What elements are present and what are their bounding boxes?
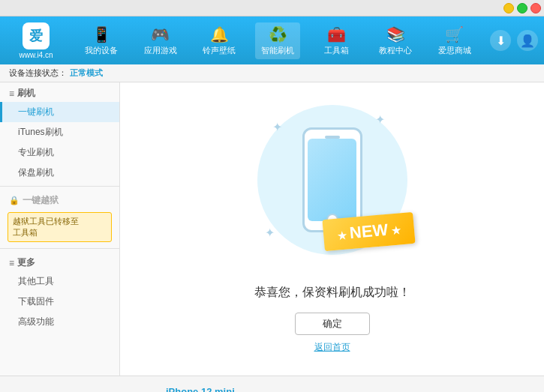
more-section-icon: ≡	[9, 258, 14, 268]
tutorial-label: 教程中心	[379, 45, 412, 56]
flash-section-icon: ≡	[9, 88, 14, 99]
status-prefix: 设备连接状态：	[9, 67, 67, 79]
nav-items: 📱 我的设备 🎮 应用游戏 🔔 铃声壁纸 ♻️ 智能刷机 🧰 工具箱 📚 教程中…	[72, 22, 484, 59]
logo-url: www.i4.cn	[19, 51, 53, 59]
flash-section-header: ≡ 刷机	[0, 82, 119, 102]
apps-games-icon: 🎮	[151, 25, 170, 43]
jailbreak-label: 一键越狱	[23, 194, 59, 207]
jailbreak-info: 越狱工具已转移至工具箱	[8, 212, 112, 242]
sidebar-divider-2	[0, 248, 119, 249]
status-value: 正常模式	[70, 67, 103, 79]
nav-apps-games[interactable]: 🎮 应用游戏	[138, 22, 183, 59]
phone-body	[302, 127, 362, 232]
phone-speaker	[325, 136, 340, 139]
ringtones-label: 铃声壁纸	[203, 45, 236, 56]
tutorial-icon: 📚	[386, 25, 405, 43]
go-home-link[interactable]: 返回首页	[314, 341, 350, 354]
sparkle-tr: ✦	[375, 112, 385, 127]
nav-toolbox[interactable]: 🧰 工具箱	[314, 22, 359, 59]
bottom-bar: 自动断连 跳过向导 📱 iPhone 12 mini 64GB Down-12m…	[0, 376, 544, 392]
my-device-icon: 📱	[92, 25, 111, 43]
smart-flash-label: 智能刷机	[261, 45, 294, 56]
sidebar-one-click-flash[interactable]: 一键刷机	[0, 102, 119, 122]
toolbox-label: 工具箱	[324, 45, 349, 56]
sparkle-tl: ✦	[272, 120, 282, 134]
maximize-button[interactable]	[517, 3, 527, 13]
sidebar-download-firmware[interactable]: 下载固件	[0, 292, 119, 312]
confirm-button[interactable]: 确定	[295, 313, 370, 335]
lock-icon: 🔒	[9, 196, 20, 205]
nav-store[interactable]: 🛒 爱思商城	[432, 22, 477, 59]
sparkle-bl: ✦	[265, 226, 275, 240]
minimize-button[interactable]	[503, 3, 514, 13]
header-right: ⬇ 👤	[490, 30, 538, 51]
smart-flash-icon: ♻️	[269, 25, 287, 43]
jailbreak-section-header: 🔒 一键越狱	[0, 190, 119, 209]
success-message: 恭喜您，保资料刷机成功啦！	[254, 285, 410, 301]
main-layout: ≡ 刷机 一键刷机 iTunes刷机 专业刷机 保盘刷机 🔒 一键越狱 越狱工具…	[0, 82, 544, 376]
sidebar-advanced[interactable]: 高级功能	[0, 312, 119, 332]
apps-games-label: 应用游戏	[144, 45, 177, 56]
phone-illustration: ✦ ✦ ✦ NEW	[257, 105, 407, 270]
close-button[interactable]	[530, 3, 541, 13]
nav-ringtones[interactable]: 🔔 铃声壁纸	[197, 22, 242, 59]
sidebar-save-flash[interactable]: 保盘刷机	[0, 163, 119, 183]
my-device-label: 我的设备	[85, 45, 118, 56]
logo-icon: 爱	[23, 22, 50, 49]
download-button[interactable]: ⬇	[490, 30, 511, 51]
store-icon: 🛒	[445, 25, 464, 43]
title-bar	[0, 0, 544, 16]
sidebar: ≡ 刷机 一键刷机 iTunes刷机 专业刷机 保盘刷机 🔒 一键越狱 越狱工具…	[0, 82, 120, 376]
ringtones-icon: 🔔	[210, 25, 229, 43]
more-section-header: ≡ 更多	[0, 252, 119, 271]
nav-smart-flash[interactable]: ♻️ 智能刷机	[255, 22, 300, 59]
header: 爱 www.i4.cn 📱 我的设备 🎮 应用游戏 🔔 铃声壁纸 ♻️ 智能刷机…	[0, 16, 544, 64]
device-name: iPhone 12 mini	[166, 386, 235, 393]
phone-screen	[308, 139, 356, 221]
sidebar-divider-1	[0, 186, 119, 187]
flash-section-label: 刷机	[17, 87, 35, 100]
user-button[interactable]: 👤	[517, 30, 538, 51]
nav-my-device[interactable]: 📱 我的设备	[79, 22, 124, 59]
sidebar-pro-flash[interactable]: 专业刷机	[0, 142, 119, 163]
status-bar: 设备连接状态： 正常模式	[0, 64, 544, 82]
nav-tutorial[interactable]: 📚 教程中心	[373, 22, 418, 59]
logo[interactable]: 爱 www.i4.cn	[6, 22, 66, 59]
sidebar-other-tools[interactable]: 其他工具	[0, 271, 119, 292]
device-info: iPhone 12 mini 64GB Down-12mini-13,1	[166, 386, 235, 393]
more-section-label: 更多	[17, 256, 35, 269]
store-label: 爱思商城	[438, 45, 471, 56]
content: ✦ ✦ ✦ NEW 恭喜您，保资料刷机成功啦！ 确定 返回首页	[120, 82, 544, 376]
toolbox-icon: 🧰	[327, 25, 346, 43]
sidebar-itunes-flash[interactable]: iTunes刷机	[0, 122, 119, 142]
